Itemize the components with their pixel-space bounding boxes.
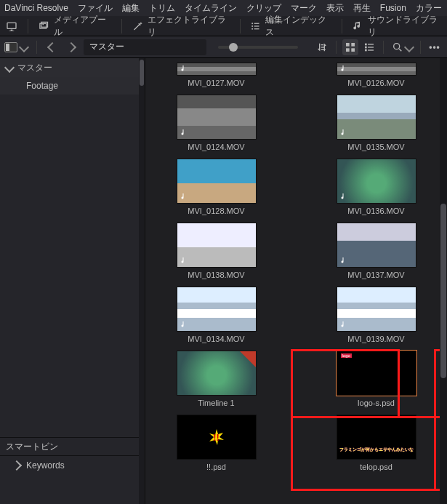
bin-folder-footage[interactable]: Footage [0, 77, 145, 95]
menu-edit[interactable]: 編集 [122, 2, 140, 15]
clip-thumbnail: !! [177, 415, 257, 460]
layout-toggle[interactable] [6, 20, 17, 32]
clip-item-logo-psd[interactable]: logo logo-s.psd [315, 351, 438, 407]
sound-library-button[interactable]: サウンドライブラリ [353, 14, 441, 39]
menu-file[interactable]: ファイル [78, 2, 113, 15]
scrollbar-thumb[interactable] [440, 204, 446, 378]
thumbnail-view-button[interactable] [342, 39, 358, 55]
edit-index-button[interactable]: 編集インデックス [250, 14, 331, 39]
search-button[interactable] [390, 39, 414, 55]
panel-layout-button[interactable] [4, 42, 28, 52]
body: マスター Footage スマートビン Keywords MVI_0127.MO… [0, 58, 447, 504]
clip-item[interactable]: MVI_0134.MOV [156, 287, 278, 343]
svg-rect-18 [351, 48, 355, 52]
svg-rect-13 [321, 47, 325, 47]
svg-point-5 [42, 23, 44, 25]
clip-item[interactable]: MVI_0126.MOV [315, 63, 438, 87]
svg-rect-7 [254, 23, 259, 23]
svg-rect-14 [321, 49, 326, 49]
bang-text: !! [213, 432, 220, 443]
svg-point-10 [252, 28, 254, 29]
clip-thumbnail [177, 351, 257, 396]
menu-color[interactable]: カラー [416, 2, 442, 15]
grid-icon [345, 41, 356, 53]
clip-name: MVI_0135.MOV [315, 143, 438, 151]
menu-fusion[interactable]: Fusion [380, 3, 406, 13]
clip-item[interactable]: MVI_0124.MOV [156, 95, 278, 151]
thumbnail-size-slider[interactable] [218, 46, 298, 49]
audio-icon [180, 320, 189, 329]
search-icon [392, 41, 403, 53]
audio-icon [340, 64, 349, 73]
main-toolbar: メディアプール エフェクトライブラリ 編集インデックス サウンドライブラリ [0, 16, 447, 36]
menu-mark[interactable]: マーク [291, 2, 317, 15]
clip-name: telop.psd [315, 463, 438, 471]
telop-text: フラミンゴが何かもエサやんみたいな [337, 447, 416, 453]
clip-thumbnail [177, 287, 257, 332]
master-bin-header[interactable]: マスター [0, 58, 145, 77]
app-name[interactable]: DaVinci Resolve [4, 3, 68, 13]
timeline-badge-icon [240, 351, 256, 367]
slider-knob[interactable] [229, 43, 238, 52]
path-text: マスター [89, 41, 124, 53]
clip-item[interactable]: MVI_0138.MOV [156, 223, 278, 279]
smartbin-keywords[interactable]: Keywords [0, 456, 145, 475]
menu-playback[interactable]: 再生 [353, 2, 371, 15]
menu-timeline[interactable]: タイムライン [185, 2, 237, 15]
clip-thumbnail [337, 159, 416, 204]
audio-icon [340, 192, 349, 201]
audio-icon [180, 256, 189, 265]
sidebar-scrollbar[interactable] [139, 58, 145, 504]
clip-item[interactable]: MVI_0137.MOV [315, 223, 438, 279]
nav-back-button[interactable] [46, 41, 59, 54]
menu-clip[interactable]: クリップ [246, 2, 281, 15]
master-bin-label: マスター [17, 62, 52, 74]
sort-icon [316, 41, 328, 53]
sort-button[interactable] [314, 39, 330, 55]
nav-forward-button[interactable] [65, 41, 78, 54]
svg-rect-15 [346, 43, 350, 47]
clip-thumbnail [337, 287, 416, 332]
scrollbar-thumb[interactable] [140, 60, 144, 86]
clip-name: MVI_0138.MOV [156, 271, 278, 279]
chevron-down-icon [403, 41, 414, 52]
list-view-button[interactable] [361, 39, 377, 55]
clip-item[interactable]: MVI_0128.MOV [156, 159, 278, 215]
svg-rect-17 [346, 48, 350, 52]
svg-point-6 [252, 23, 254, 24]
chevron-left-icon [47, 41, 57, 52]
effects-library-label: エフェクトライブラリ [148, 14, 230, 39]
svg-rect-9 [254, 25, 259, 26]
clip-item[interactable]: MVI_0135.MOV [315, 95, 438, 151]
clip-name: MVI_0128.MOV [156, 207, 278, 215]
menu-trim[interactable]: トリム [149, 2, 175, 15]
audio-icon [180, 192, 189, 201]
options-button[interactable]: ••• [427, 39, 443, 55]
clip-name: MVI_0127.MOV [156, 79, 278, 87]
clip-item[interactable]: MVI_0136.MOV [315, 159, 438, 215]
svg-rect-2 [9, 31, 15, 31]
sound-library-label: サウンドライブラリ [368, 14, 441, 39]
path-field[interactable]: マスター [84, 39, 206, 55]
smart-bins-header[interactable]: スマートビン [0, 437, 145, 456]
clip-item[interactable]: MVI_0139.MOV [315, 287, 438, 343]
audio-icon [340, 256, 349, 265]
clip-item-telop-psd[interactable]: フラミンゴが何かもエサやんみたいな telop.psd [315, 415, 438, 471]
effects-library-button[interactable]: エフェクトライブラリ [132, 14, 230, 39]
menu-view[interactable]: 表示 [326, 2, 344, 15]
svg-point-8 [252, 25, 254, 27]
media-pool-icon [39, 20, 49, 32]
svg-rect-16 [351, 43, 355, 47]
clip-name: MVI_0124.MOV [156, 143, 278, 151]
audio-icon [180, 64, 189, 73]
clip-item-bang-psd[interactable]: !! !!.psd [156, 415, 278, 471]
wand-icon [132, 20, 143, 32]
clip-name: !!.psd [156, 463, 278, 471]
media-pool-label: メディアプール [54, 14, 111, 39]
media-pool-button[interactable]: メディアプール [39, 14, 111, 39]
content-scrollbar[interactable] [440, 58, 447, 504]
browser-toolbar: マスター ••• [0, 36, 447, 58]
svg-rect-1 [11, 29, 13, 30]
clip-item-timeline[interactable]: Timeline 1 [156, 351, 278, 407]
clip-item[interactable]: MVI_0127.MOV [156, 63, 278, 87]
